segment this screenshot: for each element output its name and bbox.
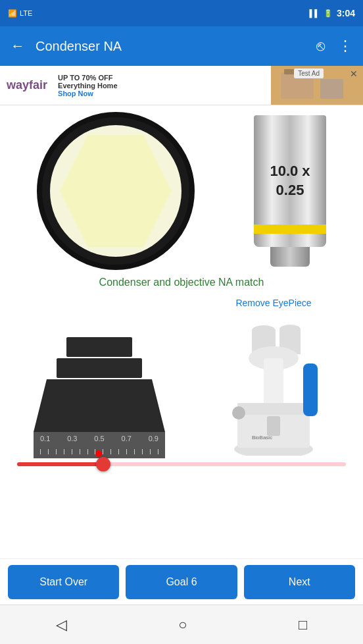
condenser-main-body <box>34 379 165 432</box>
circle-inner <box>50 125 182 257</box>
lens-body: 10.0 x 0.25 <box>254 115 326 247</box>
svg-rect-12 <box>303 363 318 416</box>
ad-close-button[interactable]: ✕ <box>350 68 358 79</box>
scale-0.1: 0.1 <box>40 435 50 443</box>
slider-thumb[interactable] <box>96 457 110 471</box>
ad-test-label: Test Ad <box>294 68 324 78</box>
more-button[interactable]: ⋮ <box>335 35 355 57</box>
visuals-row: 10.0 x 0.25 <box>11 112 352 270</box>
scale-0.3: 0.3 <box>67 435 77 443</box>
lens-yellow-band <box>254 225 326 234</box>
ad-shop[interactable]: Shop Now <box>58 90 117 97</box>
back-button[interactable]: ← <box>8 35 28 57</box>
nav-home-button[interactable]: ○ <box>165 611 200 639</box>
ad-banner: wayfair UP TO 70% OFF Everything Home Sh… <box>0 66 363 105</box>
ad-logo: wayfair <box>0 78 54 92</box>
nav-recent-button[interactable]: □ <box>285 611 320 639</box>
svg-rect-1 <box>320 79 343 99</box>
slider-row <box>11 462 352 466</box>
condenser-status-text: Condenser and objective NA match <box>99 277 264 288</box>
condenser-scale: 0.1 0.3 0.5 0.7 0.9 <box>34 432 165 458</box>
svg-point-13 <box>232 406 245 419</box>
nav-bar: ◁ ○ □ <box>0 604 363 644</box>
ad-tag1: UP TO 70% OFF <box>58 74 117 82</box>
scale-indicator <box>95 450 102 457</box>
lens-na: 0.25 <box>276 181 304 200</box>
ad-text: UP TO 70% OFF Everything Home Shop Now <box>54 74 121 97</box>
status-bar-left: 📶 LTE <box>8 9 32 18</box>
ad-tag2: Everything Home <box>58 82 117 90</box>
lte-icon: LTE <box>20 9 32 17</box>
share-button[interactable]: ⎋ <box>314 35 327 57</box>
remove-eyepiece-label[interactable]: Remove EyePiece <box>235 298 311 308</box>
scale-0.7: 0.7 <box>122 435 132 443</box>
scale-0.5: 0.5 <box>94 435 104 443</box>
next-button[interactable]: Next <box>244 565 355 599</box>
wayfair-logo-text: wayfair <box>7 78 47 92</box>
condenser-body: 0.1 0.3 0.5 0.7 0.9 <box>34 337 165 456</box>
goal-button[interactable]: Goal 6 <box>126 565 237 599</box>
app-title: Condenser NA <box>36 39 306 54</box>
slider-fill <box>17 462 99 466</box>
microscope-area: Remove EyePiece <box>218 298 329 456</box>
condenser-mid-part <box>57 358 142 378</box>
hexagon-light-shape <box>60 135 172 247</box>
svg-rect-14 <box>267 416 280 436</box>
nav-back-button[interactable]: ◁ <box>43 611 80 639</box>
scale-numbers: 0.1 0.3 0.5 0.7 0.9 <box>40 435 158 443</box>
condenser-area: 0.1 0.3 0.5 0.7 0.9 <box>34 337 165 456</box>
signal-icon: ▌▌ <box>309 9 320 17</box>
svg-rect-9 <box>237 403 310 415</box>
lens-magnification: 10.0 x <box>270 162 310 181</box>
svg-text:BioBasic: BioBasic <box>252 435 272 441</box>
clock: 3:04 <box>337 8 355 18</box>
action-buttons: Start Over Goal 6 Next <box>0 558 363 604</box>
status-bar: 📶 LTE ▌▌ 🔋 3:04 <box>0 0 363 26</box>
microscope-circle-view <box>37 112 195 270</box>
bottom-section: 0.1 0.3 0.5 0.7 0.9 <box>11 298 352 456</box>
objective-lens: 10.0 x 0.25 <box>254 115 326 267</box>
main-content: 10.0 x 0.25 Condenser and objective NA m… <box>0 105 363 558</box>
app-bar: ← Condenser NA ⎋ ⋮ <box>0 26 363 66</box>
condenser-top-part <box>66 337 132 357</box>
wifi-icon: 📶 <box>8 9 17 18</box>
battery-icon: 🔋 <box>324 9 333 18</box>
microscope-illustration: BioBasic <box>218 311 329 456</box>
start-over-button[interactable]: Start Over <box>8 565 119 599</box>
slider-track[interactable] <box>17 462 346 466</box>
lens-bottom <box>270 247 310 267</box>
scale-0.9: 0.9 <box>149 435 158 443</box>
